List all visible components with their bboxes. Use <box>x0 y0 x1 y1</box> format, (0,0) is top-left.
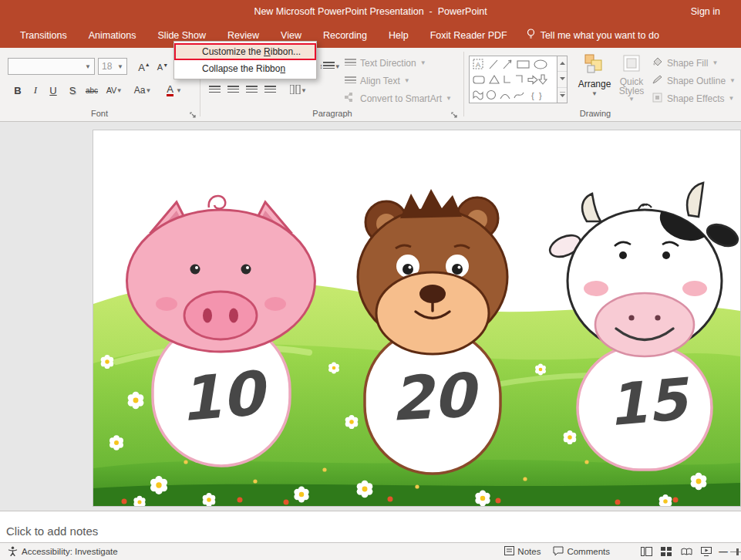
chevron-down-icon: ▼ <box>117 63 123 70</box>
paragraph-group-label: Paragraph <box>202 109 463 118</box>
shape-fill-label: Shape Fill <box>667 58 708 69</box>
zoom-slider[interactable] <box>730 543 741 560</box>
svg-text:{: { <box>531 91 534 100</box>
font-color-button[interactable]: A▼ <box>162 81 187 100</box>
shape-effects-button[interactable]: Shape Effects ▼ <box>652 90 734 106</box>
caret-down-icon: ▼ <box>163 62 168 68</box>
chevron-down-icon: ▼ <box>85 63 91 70</box>
align-center-icon <box>227 86 239 95</box>
tab-foxit-reader-pdf[interactable]: Foxit Reader PDF <box>419 23 518 48</box>
ribbon-context-menu: Customize the Ribbon... Collapse the Rib… <box>173 41 317 79</box>
slide-canvas[interactable]: 10 <box>93 130 740 506</box>
shapes-row: A <box>470 56 567 72</box>
window-title: New Microsoft PowerPoint Presentation - … <box>0 6 741 17</box>
text-direction-icon <box>345 59 356 68</box>
shape-fill-button[interactable]: Shape Fill ▼ <box>652 55 718 71</box>
align-right-button[interactable] <box>244 81 259 100</box>
gallery-scroll-down[interactable] <box>557 72 567 87</box>
notes-toggle-label: Notes <box>517 547 541 556</box>
font-size-combo[interactable]: 18▼ <box>98 58 127 75</box>
shapes-gallery-scrollbar[interactable] <box>557 56 568 103</box>
menu-item-customize-ribbon[interactable]: Customize the Ribbon... <box>174 43 316 60</box>
align-center-button[interactable] <box>225 81 241 100</box>
slide[interactable]: 10 <box>93 130 741 507</box>
slide-editing-area: 10 <box>0 122 741 511</box>
menu-item-text: Collapse the Ribbo <box>202 63 280 74</box>
notes-placeholder[interactable]: Click to add notes <box>6 525 98 538</box>
font-group-label: Font <box>0 109 199 118</box>
tell-me-label: Tell me what you want to do <box>541 30 659 41</box>
tab-help[interactable]: Help <box>378 23 419 48</box>
quick-styles-button[interactable]: Quick Styles ▼ <box>615 54 648 103</box>
columns-button[interactable]: ▼ <box>287 81 310 100</box>
drawing-group-label: Drawing <box>466 109 725 118</box>
comment-icon <box>553 546 564 558</box>
slide-sorter-button[interactable] <box>656 543 676 560</box>
gallery-scroll-up[interactable] <box>557 56 567 72</box>
font-name-combo[interactable]: ▼ <box>8 58 95 75</box>
shapes-row3-icons: { } <box>471 88 554 102</box>
shapes-row <box>470 72 567 87</box>
line-spacing-button[interactable]: ↕▼ <box>318 58 342 75</box>
arrange-button[interactable]: Arrange ▼ <box>577 54 612 97</box>
sign-in-button[interactable]: Sign in <box>681 3 730 20</box>
character-spacing-button[interactable]: AV▼ <box>105 81 123 100</box>
smartart-icon <box>345 93 356 104</box>
font-color-glyph: A <box>167 84 173 96</box>
justify-button[interactable] <box>262 81 278 100</box>
bold-button[interactable]: B <box>9 81 26 100</box>
columns-icon <box>290 83 301 97</box>
paragraph-dialog-launcher[interactable] <box>450 110 460 119</box>
align-text-button[interactable]: Align Text ▼ <box>345 73 410 89</box>
tab-recording[interactable]: Recording <box>312 23 378 48</box>
align-left-button[interactable] <box>207 81 222 100</box>
shapes-gallery[interactable]: A <box>469 56 568 103</box>
chevron-down-icon: ▼ <box>176 87 182 94</box>
tab-animations[interactable]: Animations <box>78 23 147 48</box>
text-direction-button[interactable]: Text Direction ▼ <box>345 55 426 71</box>
character-spacing-glyph: AV <box>106 86 116 95</box>
chevron-down-icon: ▼ <box>446 95 452 102</box>
comments-toggle-button[interactable]: Comments <box>547 543 616 560</box>
shapes-row1-icons: A <box>471 57 554 71</box>
change-case-glyph: Aa <box>134 85 146 96</box>
align-text-icon <box>345 76 356 86</box>
accessibility-checker[interactable]: Accessibility: Investigate <box>8 543 118 560</box>
italic-button[interactable]: I <box>28 81 43 100</box>
underline-button[interactable]: U <box>45 81 62 100</box>
menu-item-collapse-ribbon[interactable]: Collapse the Ribbon <box>174 60 316 77</box>
arrange-label: Arrange <box>578 79 611 89</box>
pig-number: 10 <box>177 358 272 435</box>
title-bar: New Microsoft PowerPoint Presentation - … <box>0 0 741 23</box>
shrink-font-button[interactable]: A▼ <box>154 59 171 75</box>
justify-icon <box>264 86 276 95</box>
menu-item-text: Customize the <box>202 46 264 57</box>
chevron-down-icon: ▼ <box>404 77 410 84</box>
bear-number: 20 <box>389 360 482 434</box>
notes-pane[interactable]: Click to add notes <box>0 511 741 542</box>
normal-view-button[interactable] <box>636 543 656 560</box>
reading-view-button[interactable] <box>676 543 696 560</box>
zoom-out-button[interactable]: — <box>716 543 730 560</box>
tab-transitions[interactable]: Transitions <box>9 23 78 48</box>
strikethrough-button[interactable]: abc <box>82 81 102 100</box>
convert-to-smartart-button[interactable]: Convert to SmartArt ▼ <box>345 90 452 106</box>
tell-me-box[interactable]: Tell me what you want to do <box>526 23 659 48</box>
notes-toggle-button[interactable]: Notes <box>498 543 547 560</box>
pencil-icon <box>652 75 663 87</box>
svg-text:}: } <box>539 91 542 100</box>
font-dialog-launcher[interactable] <box>189 110 198 119</box>
lightbulb-icon <box>526 29 536 42</box>
bear-face <box>358 189 507 354</box>
shrink-font-glyph: A <box>157 62 163 72</box>
shape-outline-button[interactable]: Shape Outline ▼ <box>652 73 736 89</box>
text-shadow-button[interactable]: S <box>65 81 80 100</box>
slideshow-view-button[interactable] <box>696 543 716 560</box>
quick-styles-icon <box>622 54 641 75</box>
change-case-button[interactable]: Aa▼ <box>131 81 154 100</box>
chevron-down-icon: ▼ <box>628 96 635 103</box>
gallery-more-button[interactable] <box>557 88 567 103</box>
shapes-row2-icons <box>471 73 554 86</box>
align-right-icon <box>246 86 258 95</box>
grow-font-button[interactable]: A▲ <box>136 59 153 75</box>
